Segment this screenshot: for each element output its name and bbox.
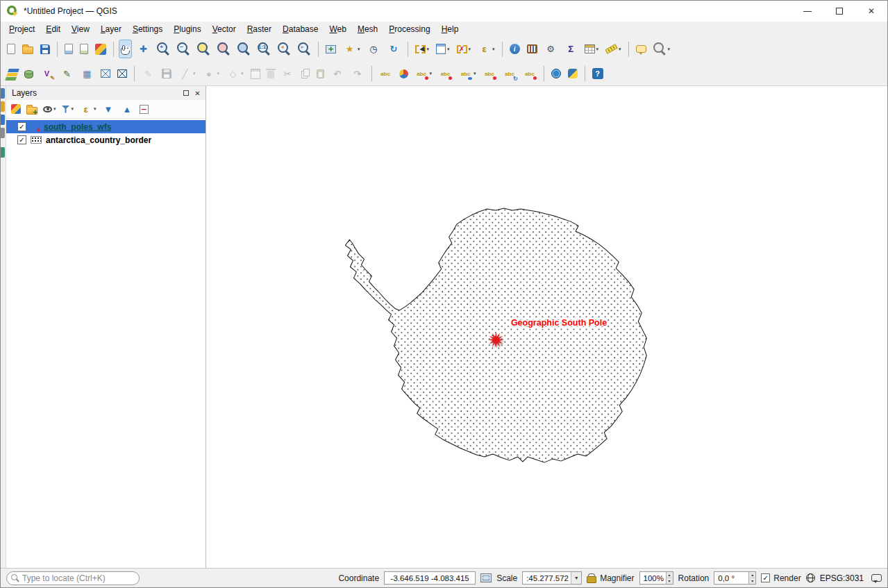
layer-row-antarctica-country-border[interactable]: antarctica_country_border xyxy=(6,133,206,146)
deselect-features-dropdown-icon[interactable]: ▾ xyxy=(469,47,471,52)
new-map-view-button[interactable]: + xyxy=(324,40,338,58)
scale-dropdown-icon[interactable]: ▾ xyxy=(571,572,581,584)
refresh-map-button[interactable]: ↻ xyxy=(385,40,403,58)
zoom-in-button[interactable]: + xyxy=(155,40,172,58)
crs-value[interactable]: EPSG:3031 xyxy=(820,573,864,583)
layer-labeling-options-button[interactable]: abc xyxy=(377,65,394,83)
zoom-native-button[interactable]: 1:1 xyxy=(255,40,273,58)
rotate-label-button[interactable]: abc xyxy=(501,65,519,83)
menu-view[interactable]: View xyxy=(66,23,95,35)
filter-legend-button[interactable]: ▾ xyxy=(60,101,76,117)
spin-up-icon[interactable]: ▴ xyxy=(749,572,755,578)
modify-attributes-button[interactable] xyxy=(249,65,262,83)
zoom-to-selection-button[interactable] xyxy=(215,40,233,58)
save-layer-edits-button[interactable] xyxy=(160,65,174,83)
search-toolbar-dropdown-icon[interactable]: ▾ xyxy=(668,47,671,52)
python-console-button[interactable] xyxy=(566,65,580,83)
processing-toolbox-button[interactable]: ⚙ xyxy=(542,40,560,58)
data-source-manager-button[interactable] xyxy=(5,65,19,83)
show-layout-manager-button[interactable] xyxy=(78,40,90,58)
new-virtual-layer-button[interactable] xyxy=(99,65,112,83)
measure-button[interactable]: ▾ xyxy=(603,40,623,58)
undo-button[interactable]: ↶ xyxy=(329,65,346,83)
menu-database[interactable]: Database xyxy=(277,23,324,35)
spinner-arrows[interactable]: ▴▾ xyxy=(748,572,755,584)
select-by-expression-button[interactable]: ε▾ xyxy=(476,40,497,58)
render-toggle[interactable]: Render xyxy=(761,573,801,583)
attribute-table-dropdown-icon[interactable]: ▾ xyxy=(596,47,599,52)
new-temporary-scratch-layer-button[interactable]: ▦ xyxy=(78,65,96,83)
zoom-last-button[interactable]: ◂ xyxy=(276,40,293,58)
manage-map-themes-button[interactable]: ▾ xyxy=(41,101,58,117)
layer-row-south-poles-wfs[interactable]: south_poles_wfs xyxy=(6,120,206,133)
delete-selected-button[interactable] xyxy=(265,65,276,83)
spin-up-icon[interactable]: ▴ xyxy=(667,572,673,578)
pin-unpin-labels-dropdown-icon[interactable]: ▾ xyxy=(430,71,433,76)
zoom-next-button[interactable]: ▸ xyxy=(296,40,313,58)
zoom-to-layer-button[interactable] xyxy=(235,40,253,58)
minimize-button[interactable]: — xyxy=(791,1,823,22)
redo-button[interactable]: ↷ xyxy=(349,65,367,83)
add-point-feature-button[interactable]: ●▾ xyxy=(201,65,222,83)
show-hide-labels-dropdown-icon[interactable]: ▾ xyxy=(474,71,476,76)
digitize-with-segment-button[interactable]: ╱▾ xyxy=(176,65,198,83)
menu-project[interactable]: Project xyxy=(3,23,40,35)
menu-vector[interactable]: Vector xyxy=(207,23,242,35)
layer-diagram-options-button[interactable] xyxy=(397,65,410,83)
new-spatialite-layer-button[interactable]: ✎ xyxy=(58,65,76,83)
zoom-full-button[interactable] xyxy=(195,40,212,58)
spinner-arrows[interactable]: ▴▾ xyxy=(666,572,673,584)
expand-all-button[interactable]: ▼ xyxy=(100,101,117,117)
copy-features-button[interactable] xyxy=(299,65,312,83)
spin-down-icon[interactable]: ▾ xyxy=(667,578,673,584)
menu-layer[interactable]: Layer xyxy=(95,23,127,35)
lock-scale-icon[interactable] xyxy=(587,573,595,583)
select-by-value-button[interactable]: ▾ xyxy=(434,40,452,58)
dock-tab-sliver[interactable] xyxy=(1,101,5,112)
pin-unpin-labels-button[interactable]: abc▾ xyxy=(413,65,435,83)
menu-processing[interactable]: Processing xyxy=(383,23,435,35)
menu-settings[interactable]: Settings xyxy=(127,23,168,35)
show-bookmarks-dropdown-icon[interactable]: ▾ xyxy=(358,47,360,52)
locator-search[interactable] xyxy=(6,571,140,585)
temporal-controller-button[interactable]: ◷ xyxy=(365,40,383,58)
menu-raster[interactable]: Raster xyxy=(242,23,277,35)
cut-features-button[interactable]: ✂ xyxy=(279,65,296,83)
show-bookmarks-button[interactable]: ★▾ xyxy=(341,40,362,58)
show-hide-labels-button[interactable]: abc▾ xyxy=(457,65,478,83)
vertex-tool-button[interactable]: ◇▾ xyxy=(224,65,246,83)
render-checkbox[interactable] xyxy=(761,573,770,582)
locator-input[interactable] xyxy=(22,573,135,583)
filter-by-expression-dropdown-icon[interactable]: ▾ xyxy=(94,106,97,112)
new-print-layout-button[interactable] xyxy=(62,40,75,58)
new-project-button[interactable] xyxy=(5,40,17,58)
extents-toggle-icon[interactable] xyxy=(480,573,492,582)
vertex-tool-dropdown-icon[interactable]: ▾ xyxy=(241,71,244,76)
select-by-expression-dropdown-icon[interactable]: ▾ xyxy=(492,47,495,52)
filter-legend-dropdown-icon[interactable]: ▾ xyxy=(72,106,74,112)
digitize-with-segment-dropdown-icon[interactable]: ▾ xyxy=(193,71,196,76)
paste-features-button[interactable] xyxy=(315,65,326,83)
dock-tab-sliver[interactable] xyxy=(1,88,5,99)
dock-tab-sliver[interactable] xyxy=(1,115,5,125)
scale-combo[interactable]: :45.277.572 ▾ xyxy=(522,571,582,585)
dock-tab-sliver[interactable] xyxy=(1,128,5,138)
style-manager-button[interactable] xyxy=(93,40,108,58)
menu-web[interactable]: Web xyxy=(324,23,351,35)
layer-visibility-checkbox[interactable] xyxy=(17,122,26,131)
panel-float-button[interactable] xyxy=(181,88,191,99)
magnifier-spinbox[interactable]: 100% ▴▾ xyxy=(639,571,673,585)
filter-by-expression-button[interactable]: ε▾ xyxy=(77,101,99,117)
highlight-pinned-labels-button[interactable]: abc xyxy=(437,65,454,83)
open-project-button[interactable] xyxy=(20,40,35,58)
deselect-features-button[interactable]: ✗▾ xyxy=(455,40,474,58)
measure-dropdown-icon[interactable]: ▾ xyxy=(619,47,621,52)
pan-map-button[interactable] xyxy=(119,40,132,58)
map-tips-button[interactable] xyxy=(634,40,648,58)
maximize-button[interactable] xyxy=(823,1,855,22)
layer-visibility-checkbox[interactable] xyxy=(17,135,26,144)
new-mesh-layer-button[interactable] xyxy=(115,65,129,83)
search-toolbar-button[interactable]: ▾ xyxy=(651,40,673,58)
toggle-editing-button[interactable]: ✎ xyxy=(140,65,157,83)
add-group-button[interactable] xyxy=(24,101,40,117)
